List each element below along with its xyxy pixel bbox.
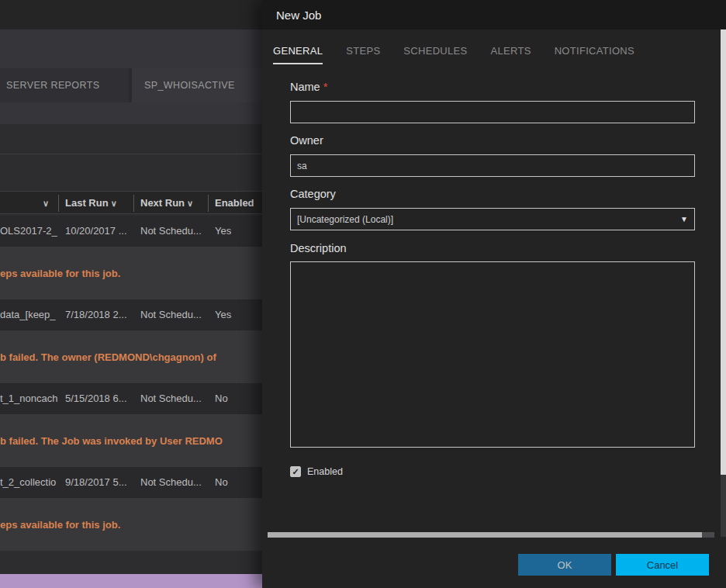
next-run-column-header[interactable]: Next Run∨ (140, 192, 193, 215)
table-row[interactable]: OLS2017-2_ 10/20/2017 ... Not Schedu... … (0, 216, 262, 247)
next-run-cell: Not Schedu... (140, 467, 213, 498)
next-run-cell: Not Schedu... (140, 383, 213, 414)
owner-label: Owner (290, 134, 323, 147)
vertical-scrollbar-thumb[interactable] (721, 29, 726, 475)
ok-button[interactable]: OK (518, 554, 611, 576)
name-field[interactable] (290, 101, 695, 123)
column-divider (208, 195, 209, 212)
enabled-cell: Yes (215, 299, 261, 330)
job-name-cell: data_[keep_ (0, 299, 64, 330)
jobs-table-header: ∨ Last Run∨ Next Run∨ Enabled (0, 191, 262, 214)
sort-chevron-icon: ∨ (43, 199, 49, 208)
sort-chevron-icon: ∨ (111, 199, 117, 208)
tab-server-reports-label: SERVER REPORTS (6, 80, 99, 91)
enabled-checkbox-label: Enabled (307, 466, 343, 477)
last-run-cell: 9/18/2017 5... (65, 467, 139, 498)
next-run-cell: Not Schedu... (140, 216, 213, 247)
last-run-cell: 7/18/2018 2... (65, 299, 139, 330)
tab-server-reports[interactable]: SERVER REPORTS (0, 68, 129, 102)
enabled-cell: No (215, 383, 261, 414)
name-label-text: Name (290, 81, 320, 93)
job-name-cell: t_1_noncach (0, 383, 64, 414)
background-band (0, 102, 262, 124)
job-name-cell: t_2_collectio (0, 467, 64, 498)
name-column-sort[interactable]: ∨ (40, 192, 49, 215)
new-job-dialog: New Job GENERAL STEPS SCHEDULES ALERTS N… (262, 0, 726, 588)
enabled-checkbox[interactable]: ✓ (290, 466, 301, 477)
cancel-button[interactable]: Cancel (616, 554, 709, 576)
required-asterisk: * (323, 81, 328, 93)
enabled-column-header[interactable]: Enabled (215, 192, 254, 215)
description-field[interactable] (290, 261, 695, 448)
horizontal-scrollbar-thumb[interactable] (268, 532, 702, 538)
dialog-tabbar: GENERAL STEPS SCHEDULES ALERTS NOTIFICAT… (273, 45, 634, 64)
last-run-cell: 10/20/2017 ... (65, 216, 139, 247)
enabled-cell: Yes (215, 216, 261, 247)
tab-notifications[interactable]: NOTIFICATIONS (555, 45, 634, 64)
enabled-row: ✓ Enabled (290, 466, 343, 477)
column-divider (58, 195, 59, 212)
status-bar (0, 574, 262, 588)
job-warning-row[interactable]: b failed. The owner (REDMOND\chgagnon) o… (0, 330, 262, 383)
table-row[interactable]: t_1_noncach 5/15/2018 6... Not Schedu...… (0, 383, 262, 414)
enabled-header-label: Enabled (215, 197, 254, 209)
jobs-toolbar: + New Job (0, 154, 262, 188)
table-row[interactable]: data_[keep_ 7/18/2018 2... Not Schedu...… (0, 299, 262, 330)
job-warning-row[interactable]: eps available for this job. (0, 247, 262, 299)
tab-steps[interactable]: STEPS (346, 45, 380, 64)
category-selected-value: [Uncategorized (Local)] (297, 214, 393, 225)
job-warning-row[interactable]: eps available for this job. (0, 498, 262, 551)
tab-sp-whoisactive-label: SP_WHOISACTIVE (144, 80, 235, 91)
tab-general[interactable]: GENERAL (273, 45, 323, 64)
tab-alerts[interactable]: ALERTS (491, 45, 531, 64)
last-run-cell: 5/15/2018 6... (65, 383, 139, 414)
jobs-view-background: SERVER REPORTS SP_WHOISACTIVE + New Job … (0, 0, 262, 588)
horizontal-scrollbar[interactable] (268, 532, 714, 538)
table-row[interactable]: t_2_collectio 9/18/2017 5... Not Schedu.… (0, 467, 262, 498)
column-divider (133, 195, 134, 212)
dialog-title: New Job (276, 9, 321, 22)
category-select[interactable]: [Uncategorized (Local)] ▼ (290, 208, 695, 230)
next-run-cell: Not Schedu... (140, 299, 213, 330)
vertical-scrollbar-track[interactable] (721, 475, 726, 537)
chevron-down-icon: ▼ (680, 215, 688, 223)
last-run-column-header[interactable]: Last Run∨ (65, 192, 117, 215)
check-icon: ✓ (292, 467, 299, 477)
job-name-cell: OLS2017-2_ (0, 216, 64, 247)
dialog-header: New Job (262, 0, 726, 29)
background-band (0, 29, 262, 68)
job-warning-row[interactable]: b failed. The Job was invoked by User RE… (0, 414, 262, 467)
description-label: Description (290, 242, 347, 254)
tab-sp-whoisactive[interactable]: SP_WHOISACTIVE (132, 68, 262, 102)
name-label: Name* (290, 81, 327, 93)
enabled-cell: No (215, 467, 261, 498)
sort-chevron-icon: ∨ (187, 199, 193, 208)
next-run-header-label: Next Run (140, 197, 185, 209)
owner-field[interactable] (290, 154, 695, 177)
top-title-bar (0, 0, 262, 29)
last-run-header-label: Last Run (65, 197, 109, 209)
report-tabstrip: SERVER REPORTS SP_WHOISACTIVE (0, 68, 262, 102)
category-label: Category (290, 188, 336, 200)
tab-schedules[interactable]: SCHEDULES (403, 45, 467, 64)
